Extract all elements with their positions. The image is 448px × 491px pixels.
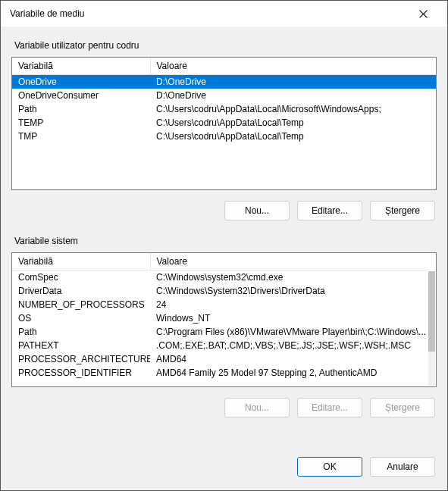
table-row[interactable]: PathC:\Users\codru\AppData\Local\Microso… [12, 102, 436, 116]
cell-value: C:\Program Files (x86)\VMware\VMware Pla… [150, 325, 428, 339]
cell-value: D:\OneDrive [150, 75, 436, 89]
user-new-button[interactable]: Nou... [224, 201, 290, 220]
system-vars-table: Variabilă Valoare ComSpecC:\Windows\syst… [12, 253, 428, 380]
system-scrollbar[interactable] [428, 271, 435, 386]
cell-value: D:\OneDrive [150, 89, 436, 102]
cell-variable: OneDriveConsumer [12, 89, 150, 102]
table-row[interactable]: OSWindows_NT [12, 311, 428, 325]
scrollbar-thumb[interactable] [428, 271, 435, 352]
table-row[interactable]: PathC:\Program Files (x86)\VMware\VMware… [12, 325, 428, 339]
col-header-value[interactable]: Valoare [150, 253, 428, 271]
cell-value: C:\Windows\System32\Drivers\DriverData [150, 284, 428, 298]
titlebar: Variabile de mediu [1, 1, 447, 27]
system-vars-label: Variabile sistem [14, 236, 437, 246]
system-vars-listbox[interactable]: Variabilă Valoare ComSpecC:\Windows\syst… [11, 252, 437, 387]
table-row[interactable]: TEMPC:\Users\codru\AppData\Local\Temp [12, 116, 436, 130]
col-header-variable[interactable]: Variabilă [12, 253, 150, 271]
table-row[interactable]: OneDriveConsumerD:\OneDrive [12, 89, 436, 102]
system-new-button: Nou... [224, 398, 290, 418]
table-row[interactable]: OneDriveD:\OneDrive [12, 75, 436, 89]
table-row[interactable]: PROCESSOR_ARCHITECTUREAMD64 [12, 352, 428, 366]
close-icon [419, 10, 428, 18]
cell-value: C:\Users\codru\AppData\Local\Temp [150, 116, 436, 130]
cell-variable: PATHEXT [12, 339, 150, 352]
dialog-footer: OK Anulare [11, 445, 437, 480]
cell-value: C:\Users\codru\AppData\Local\Microsoft\W… [150, 102, 436, 116]
user-vars-table: Variabilă Valoare OneDriveD:\OneDriveOne… [12, 58, 436, 143]
dialog-content: Variabile utilizator pentru codru Variab… [1, 27, 447, 490]
cell-value: 24 [150, 298, 428, 311]
user-delete-button[interactable]: Ștergere [370, 201, 435, 220]
table-row[interactable]: TMPC:\Users\codru\AppData\Local\Temp [12, 130, 436, 143]
cell-variable: PROCESSOR_IDENTIFIER [12, 366, 150, 380]
table-header-row: Variabilă Valoare [12, 253, 428, 271]
cell-variable: Path [12, 325, 150, 339]
window-title: Variabile de mediu [10, 8, 85, 19]
system-buttons: Nou... Editare... Ștergere [11, 390, 437, 419]
col-header-variable[interactable]: Variabilă [12, 58, 150, 75]
close-button[interactable] [408, 2, 438, 25]
cell-value: C:\Users\codru\AppData\Local\Temp [150, 130, 436, 143]
cell-value: Windows_NT [150, 311, 428, 325]
user-buttons: Nou... Editare... Ștergere [11, 193, 437, 222]
cell-variable: OS [12, 311, 150, 325]
system-delete-button: Ștergere [370, 398, 435, 418]
user-edit-button[interactable]: Editare... [297, 201, 362, 220]
table-header-row: Variabilă Valoare [12, 58, 436, 75]
table-row[interactable]: NUMBER_OF_PROCESSORS24 [12, 298, 428, 311]
cell-variable: TEMP [12, 116, 150, 130]
cell-variable: PROCESSOR_ARCHITECTURE [12, 352, 150, 366]
table-row[interactable]: DriverDataC:\Windows\System32\Drivers\Dr… [12, 284, 428, 298]
cell-variable: TMP [12, 130, 150, 143]
table-row[interactable]: ComSpecC:\Windows\system32\cmd.exe [12, 271, 428, 285]
user-vars-listbox[interactable]: Variabilă Valoare OneDriveD:\OneDriveOne… [11, 57, 437, 190]
user-vars-label: Variabile utilizator pentru codru [14, 40, 437, 51]
cell-variable: ComSpec [12, 271, 150, 285]
cell-variable: DriverData [12, 284, 150, 298]
table-row[interactable]: PROCESSOR_IDENTIFIERAMD64 Family 25 Mode… [12, 366, 428, 380]
cell-variable: NUMBER_OF_PROCESSORS [12, 298, 150, 311]
cell-variable: Path [12, 102, 150, 116]
cell-value: AMD64 Family 25 Model 97 Stepping 2, Aut… [150, 366, 428, 380]
cell-value: C:\Windows\system32\cmd.exe [150, 271, 428, 285]
cancel-button[interactable]: Anulare [370, 457, 435, 477]
environment-variables-dialog: Variabile de mediu Variabile utilizator … [0, 0, 448, 491]
col-header-value[interactable]: Valoare [150, 58, 436, 75]
cell-variable: OneDrive [12, 75, 150, 89]
cell-value: AMD64 [150, 352, 428, 366]
ok-button[interactable]: OK [297, 457, 362, 477]
cell-value: .COM;.EXE;.BAT;.CMD;.VBS;.VBE;.JS;.JSE;.… [150, 339, 428, 352]
system-edit-button: Editare... [297, 398, 362, 418]
table-row[interactable]: PATHEXT.COM;.EXE;.BAT;.CMD;.VBS;.VBE;.JS… [12, 339, 428, 352]
